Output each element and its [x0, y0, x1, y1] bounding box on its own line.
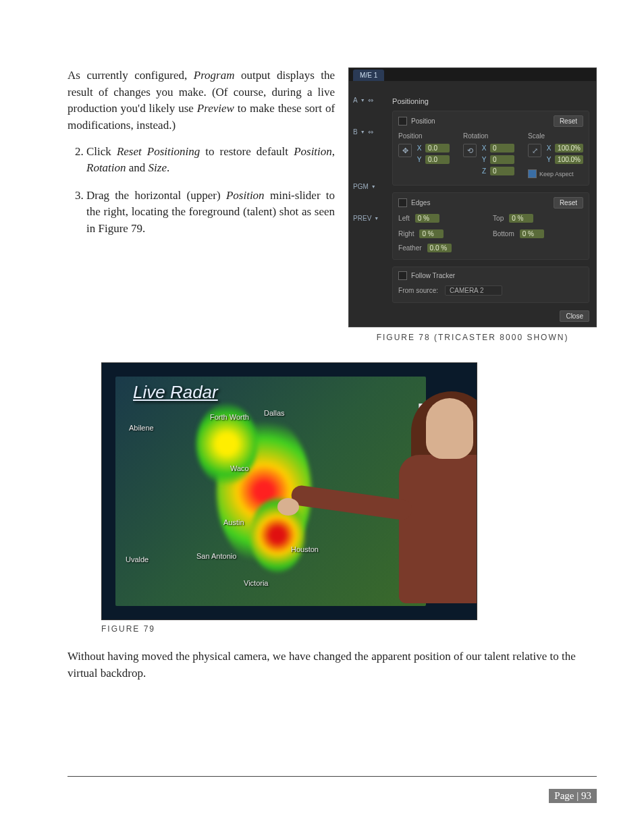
source-select[interactable]: CAMERA 2	[445, 285, 502, 296]
chevron-down-icon: ▼	[371, 184, 376, 189]
radar-title: Live Radar	[133, 382, 218, 403]
edge-left-input[interactable]: 0 %	[415, 214, 439, 223]
side-pgm[interactable]: PGM▼	[349, 180, 387, 194]
edges-group: Edges Reset Left0 % Top0 % Right0 % Bott…	[392, 192, 589, 260]
side-prev[interactable]: PREV▼	[349, 211, 387, 225]
step-2: Click Reset Positioning to restore defau…	[86, 144, 335, 177]
city-abilene: Abilene	[129, 424, 154, 432]
keep-aspect-checkbox[interactable]	[528, 169, 537, 178]
edges-checkbox[interactable]	[398, 198, 407, 207]
from-source-label: From source:	[398, 287, 438, 294]
positioning-icon: ⇔	[368, 128, 373, 136]
figure-79-image: Abilene Forth Worth Dallas Waco Austin H…	[101, 362, 477, 620]
move-icon[interactable]: ✥	[398, 144, 412, 157]
rotation-z-input[interactable]: 0	[490, 167, 514, 175]
tracker-group-label: Follow Tracker	[411, 272, 455, 279]
position-checkbox[interactable]	[398, 117, 407, 126]
edge-bottom-input[interactable]: 0 %	[520, 229, 544, 238]
side-a[interactable]: A▼ ⇔	[349, 93, 387, 107]
closing-paragraph: Without having moved the physical camera…	[68, 648, 597, 682]
para1-a: As currently configured,	[68, 69, 194, 82]
tracker-group: Follow Tracker From source: CAMERA 2	[392, 267, 589, 303]
reset-position-button[interactable]: Reset	[554, 115, 583, 127]
city-waco: Waco	[230, 464, 249, 472]
step-3: Drag the horizontal (upper) Position min…	[86, 188, 335, 238]
rotation-y-input[interactable]: 0	[490, 155, 514, 164]
edge-top-input[interactable]: 0 %	[509, 214, 533, 223]
tracker-checkbox[interactable]	[398, 271, 407, 280]
feather-input[interactable]: 0.0 %	[427, 244, 452, 252]
city-sanantonio: San Antonio	[196, 552, 236, 560]
rotate-icon[interactable]: ⟲	[463, 144, 477, 157]
panel-tabbar: M/E 1	[349, 68, 596, 81]
scale-icon[interactable]: ⤢	[528, 144, 541, 157]
page-number: Page | 93	[549, 789, 597, 803]
position-x-input[interactable]: 0.0	[425, 144, 450, 153]
chevron-down-icon: ▼	[360, 130, 365, 134]
position-group: Position Reset Position ✥	[392, 111, 589, 186]
chevron-down-icon: ▼	[374, 216, 379, 221]
city-victoria: Victoria	[244, 579, 268, 587]
positioning-icon: ⇔	[368, 96, 373, 104]
panel-side: A▼ ⇔ B▼ ⇔ PGM▼ PREV▼	[349, 93, 387, 327]
page-footer: Page | 93	[68, 776, 597, 803]
rotation-x-input[interactable]: 0	[490, 144, 514, 153]
positioning-panel: M/E 1 A▼ ⇔ B▼ ⇔ PGM▼ PREV▼ Positioning	[348, 67, 597, 327]
tab-me1[interactable]: M/E 1	[353, 70, 384, 81]
position-y-input[interactable]: 0.0	[425, 155, 450, 164]
city-houston: Houston	[291, 545, 319, 553]
reset-edges-button[interactable]: Reset	[554, 197, 583, 209]
scale-col-label: Scale	[528, 132, 583, 140]
city-dallas: Dallas	[264, 409, 285, 417]
scale-y-input[interactable]: 100.0%	[555, 155, 583, 164]
position-group-label: Position	[411, 117, 435, 125]
scale-x-input[interactable]: 100.0%	[555, 144, 583, 153]
keep-aspect-label: Keep Aspect	[539, 171, 574, 177]
city-forthworth: Forth Worth	[210, 413, 249, 421]
para1-em1: Program	[194, 69, 235, 82]
instruction-text: As currently configured, Program output …	[68, 67, 335, 248]
edges-group-label: Edges	[411, 199, 430, 206]
panel-title: Positioning	[392, 97, 589, 105]
figure-79-caption: FIGURE 79	[101, 624, 597, 634]
side-b[interactable]: B▼ ⇔	[349, 125, 387, 139]
para1-em2: Preview	[197, 102, 234, 115]
figure-78-caption: FIGURE 78 (TRICASTER 8000 SHOWN)	[348, 333, 597, 342]
edge-right-input[interactable]: 0 %	[419, 229, 444, 238]
chevron-down-icon: ▼	[360, 98, 365, 103]
rotation-col-label: Rotation	[463, 132, 514, 140]
city-austin: Austin	[223, 518, 244, 526]
position-col-label: Position	[398, 132, 450, 140]
city-uvalde: Uvalde	[126, 555, 149, 563]
feather-label: Feather	[398, 244, 421, 252]
close-button[interactable]: Close	[560, 310, 589, 322]
talent-figure	[352, 398, 477, 620]
